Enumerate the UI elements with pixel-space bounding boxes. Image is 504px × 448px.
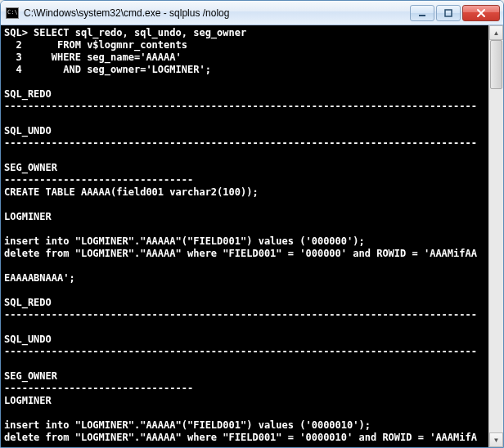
console-line: delete from "LOGMINER"."AAAAA" where "FI… xyxy=(4,248,485,260)
console-area: SQL> SELECT sql_redo, sql_undo, seg_owne… xyxy=(1,25,503,447)
console-line: ----------------------------------------… xyxy=(4,346,485,358)
console-line: 3 WHERE seg_name='AAAAA' xyxy=(4,52,485,64)
console-line xyxy=(4,76,485,88)
console-line: -------------------------------- xyxy=(4,383,485,395)
cmd-icon xyxy=(6,7,19,19)
scroll-track[interactable] xyxy=(489,40,503,432)
console-line xyxy=(4,223,485,235)
window-controls xyxy=(408,5,500,21)
console-line xyxy=(4,113,485,125)
console-line xyxy=(4,199,485,211)
console-line: SQL_REDO xyxy=(4,88,485,101)
console-line: SEG_OWNER xyxy=(4,162,485,174)
scroll-down-arrow[interactable]: ▼ xyxy=(489,432,503,447)
console-line: SQL_REDO xyxy=(4,297,485,309)
console-line: insert into "LOGMINER"."AAAAA"("FIELD001… xyxy=(4,419,485,432)
console-output[interactable]: SQL> SELECT sql_redo, sql_undo, seg_owne… xyxy=(1,25,488,447)
svg-rect-0 xyxy=(419,15,425,16)
console-line: SQL> SELECT sql_redo, sql_undo, seg_owne… xyxy=(4,27,485,39)
console-line xyxy=(4,284,485,297)
console-line: CREATE TABLE AAAAA(field001 varchar2(100… xyxy=(4,186,485,199)
console-line: insert into "LOGMINER"."AAAAA"("FIELD001… xyxy=(4,235,485,248)
maximize-button[interactable] xyxy=(436,5,461,21)
console-line: EAAAABNAAA'; xyxy=(4,272,485,284)
console-line: LOGMINER xyxy=(4,395,485,407)
vertical-scrollbar[interactable]: ▲ ▼ xyxy=(488,25,503,447)
scroll-thumb[interactable] xyxy=(490,40,502,89)
scroll-up-arrow[interactable]: ▲ xyxy=(489,25,503,40)
console-line xyxy=(4,321,485,334)
application-window: C:\Windows\system32\cmd.exe - sqlplus /n… xyxy=(0,0,504,448)
console-line: LOGMINER xyxy=(4,211,485,223)
minimize-button[interactable] xyxy=(410,5,434,21)
titlebar[interactable]: C:\Windows\system32\cmd.exe - sqlplus /n… xyxy=(1,1,503,25)
console-line: -------------------------------- xyxy=(4,174,485,186)
console-line: ----------------------------------------… xyxy=(4,137,485,150)
console-line: delete from "LOGMINER"."AAAAA" where "FI… xyxy=(4,432,485,444)
console-line xyxy=(4,150,485,162)
svg-rect-1 xyxy=(445,10,452,16)
console-line: SQL_UNDO xyxy=(4,125,485,137)
console-line: ----------------------------------------… xyxy=(4,101,485,113)
console-line xyxy=(4,260,485,272)
console-line xyxy=(4,407,485,419)
console-line: SQL_UNDO xyxy=(4,334,485,346)
console-line xyxy=(4,358,485,370)
close-button[interactable] xyxy=(462,5,500,21)
window-title: C:\Windows\system32\cmd.exe - sqlplus /n… xyxy=(24,7,408,19)
console-line: 2 FROM v$logmnr_contents xyxy=(4,39,485,52)
console-line: ----------------------------------------… xyxy=(4,309,485,321)
console-line: SEG_OWNER xyxy=(4,370,485,383)
console-line: 4 AND seg_owner='LOGMINER'; xyxy=(4,64,485,76)
